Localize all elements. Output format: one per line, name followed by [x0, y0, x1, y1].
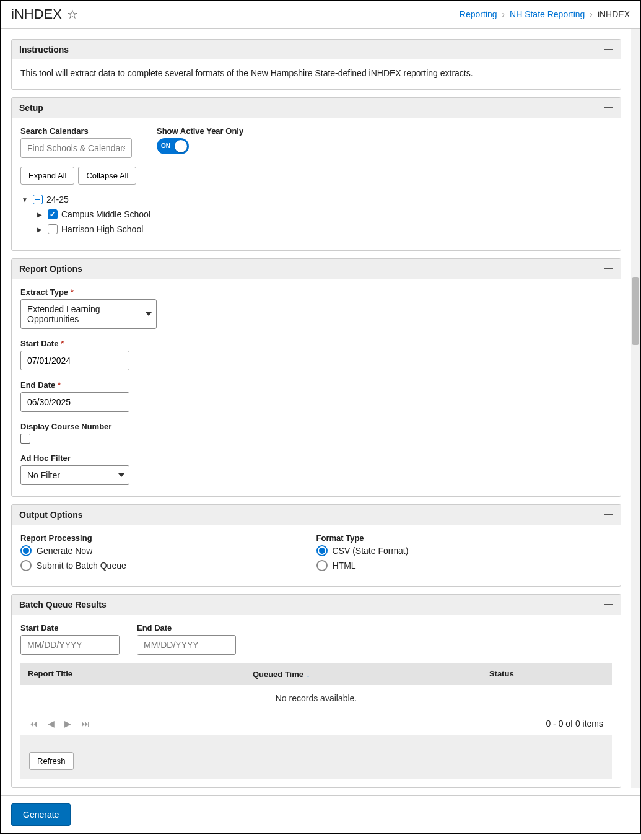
setup-header[interactable]: Setup — [12, 98, 621, 118]
tree-school-label: Harrison High School — [61, 224, 143, 234]
bq-start-date-input[interactable] — [21, 636, 120, 654]
end-date-label: End Date * — [20, 380, 612, 390]
search-calendars-input[interactable] — [20, 138, 132, 158]
setup-heading: Setup — [19, 103, 43, 113]
instructions-heading: Instructions — [19, 45, 69, 55]
breadcrumb: Reporting › NH State Reporting › iNHDEX — [460, 9, 630, 19]
submit-batch-radio[interactable]: Submit to Batch Queue — [20, 560, 316, 571]
col-report-title[interactable]: Report Title — [20, 663, 245, 685]
generate-now-radio[interactable]: Generate Now — [20, 545, 316, 556]
collapse-icon — [604, 514, 613, 515]
extract-type-select[interactable]: Extended Learning Opportunities — [20, 299, 157, 329]
collapse-icon — [604, 49, 613, 50]
sort-down-icon: ↓ — [306, 669, 310, 679]
col-queued-time[interactable]: Queued Time ↓ — [245, 663, 482, 685]
page-next-icon[interactable]: ▶ — [64, 719, 71, 728]
page-last-icon[interactable]: ⏭ — [81, 719, 90, 728]
course-number-label: Display Course Number — [20, 422, 612, 431]
grid-empty-message: No records available. — [20, 685, 612, 712]
bq-end-date-input[interactable] — [137, 636, 236, 654]
tree-year-label: 24-25 — [46, 195, 69, 204]
breadcrumb-nh-state[interactable]: NH State Reporting — [510, 9, 585, 19]
csv-format-radio[interactable]: CSV (State Format) — [316, 545, 613, 556]
breadcrumb-current: iNHDEX — [598, 9, 630, 19]
adhoc-filter-label: Ad Hoc Filter — [20, 453, 612, 463]
col-status[interactable]: Status — [482, 663, 612, 685]
html-format-radio[interactable]: HTML — [316, 560, 613, 571]
collapse-icon — [604, 604, 613, 605]
generate-button[interactable]: Generate — [11, 803, 71, 826]
scrollbar[interactable] — [631, 29, 640, 788]
report-options-heading: Report Options — [19, 264, 82, 274]
instructions-text: This tool will extract data to complete … — [20, 68, 473, 78]
instructions-header[interactable]: Instructions — [12, 40, 621, 59]
tree-expand-icon[interactable]: ▼ — [20, 196, 29, 203]
course-number-checkbox[interactable] — [20, 434, 30, 444]
collapse-icon — [604, 268, 613, 269]
batch-queue-header[interactable]: Batch Queue Results — [12, 595, 621, 615]
page-info: 0 - 0 of 0 items — [546, 719, 603, 728]
favorite-star-icon[interactable]: ☆ — [67, 7, 78, 22]
end-date-input[interactable] — [21, 393, 129, 411]
active-year-toggle[interactable]: ON — [157, 138, 189, 154]
school-checkbox[interactable] — [48, 224, 58, 234]
format-type-label: Format Type — [316, 533, 613, 543]
tree-school-label: Campus Middle School — [61, 209, 150, 219]
page-prev-icon[interactable]: ◀ — [48, 719, 55, 728]
output-options-heading: Output Options — [19, 510, 83, 520]
page-first-icon[interactable]: ⏮ — [29, 719, 38, 728]
year-checkbox[interactable] — [33, 195, 43, 204]
bq-start-date-label: Start Date — [20, 623, 120, 632]
collapse-icon — [604, 107, 613, 108]
batch-queue-heading: Batch Queue Results — [19, 600, 107, 610]
adhoc-filter-select[interactable]: No Filter — [20, 465, 129, 485]
active-year-label: Show Active Year Only — [157, 126, 243, 136]
tree-expand-icon[interactable]: ▶ — [35, 211, 44, 218]
extract-type-label: Extract Type * — [20, 287, 612, 297]
search-calendars-label: Search Calendars — [20, 126, 132, 136]
collapse-all-button[interactable]: Collapse All — [78, 167, 136, 185]
report-options-header[interactable]: Report Options — [12, 259, 621, 279]
tree-expand-icon[interactable]: ▶ — [35, 226, 44, 233]
breadcrumb-reporting[interactable]: Reporting — [460, 9, 497, 19]
bq-end-date-label: End Date — [137, 623, 236, 632]
refresh-button[interactable]: Refresh — [29, 752, 74, 770]
page-title: iNHDEX — [11, 6, 62, 22]
start-date-label: Start Date * — [20, 339, 612, 348]
output-options-header[interactable]: Output Options — [12, 505, 621, 525]
school-checkbox[interactable] — [48, 209, 58, 219]
report-processing-label: Report Processing — [20, 533, 316, 543]
expand-all-button[interactable]: Expand All — [20, 167, 74, 185]
start-date-input[interactable] — [21, 351, 129, 370]
